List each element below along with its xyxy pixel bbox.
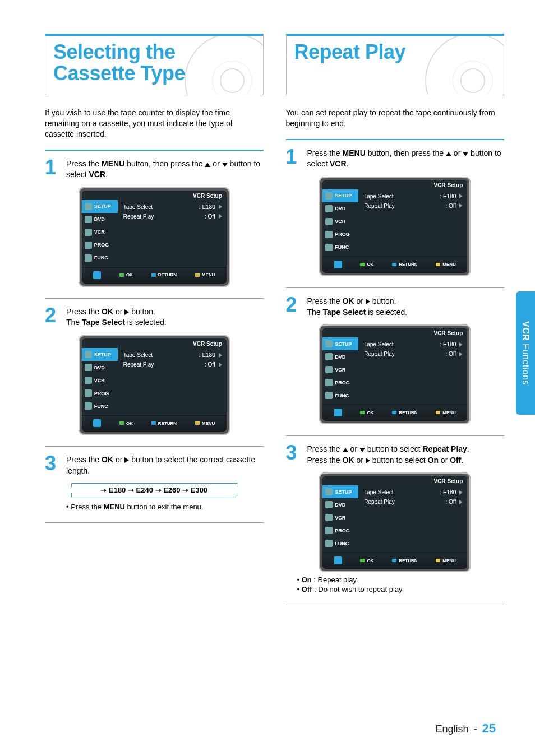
osd-tab-label: FUNC	[335, 393, 349, 398]
osd-tab-dvd: DVD	[322, 498, 358, 511]
osd-tab-dvd: DVD	[322, 202, 358, 215]
bullet-off: • Off : Do not wish to repeat play.	[297, 585, 505, 593]
dvd-icon	[85, 216, 92, 223]
key-icon	[119, 421, 124, 425]
osd-tab-vcr: VCR	[82, 374, 118, 387]
osd-tab-label: PROG	[94, 242, 109, 248]
vcr-icon	[85, 377, 92, 384]
t: MENU	[104, 503, 125, 511]
t: Off	[450, 456, 461, 465]
side-tab: VCR Functions	[516, 291, 535, 415]
osd-tab-vcr: VCR	[322, 215, 358, 228]
osd-row-label: Tape Select	[364, 341, 393, 347]
prog-icon	[325, 527, 333, 534]
osd-foot-return: RETURN	[392, 558, 417, 563]
step-number: 2	[45, 305, 59, 328]
osd-tab-prog: PROG	[322, 524, 358, 537]
vcr-icon	[325, 514, 333, 521]
t: button.	[129, 307, 155, 316]
right-step-2: 2 Press the OK or button. The Tape Selec…	[286, 295, 505, 318]
step-text: Press the or button to select Repeat Pla…	[307, 443, 469, 466]
osd-row-label: Repeat Play	[123, 361, 154, 368]
osd-tab-label: DVD	[335, 354, 345, 360]
osd-tab-label: SETUP	[335, 489, 352, 495]
osd-foot-ok: OK	[119, 421, 133, 426]
key-icon	[436, 263, 440, 266]
osd-row: Repeat Play: Off	[364, 201, 463, 211]
step-text: Press the OK or button. The Tape Select …	[307, 295, 408, 318]
step-text: Press the MENU button, then press the or…	[66, 157, 264, 180]
osd-tab-prog: PROG	[82, 239, 118, 252]
osd-tab-label: VCR	[335, 219, 345, 224]
osd-foot-return: RETURN	[392, 410, 417, 415]
osd-row-label: Repeat Play	[123, 214, 154, 220]
t: Press the	[307, 149, 343, 157]
t: button to select	[365, 444, 423, 453]
dvd-icon	[325, 205, 333, 212]
osd-screenshot-5: VCR SetupSETUPDVDVCRPROGFUNCTape Select:…	[286, 472, 505, 572]
right-icon	[219, 363, 222, 367]
t: On	[302, 576, 312, 584]
divider	[286, 287, 505, 288]
cassette-length-flow: ➝ E180 ➝ E240 ➝ E260 ➝ E300	[71, 483, 237, 497]
osd-tab-setup: SETUP	[322, 485, 358, 498]
key-icon	[436, 559, 440, 562]
right-icon	[459, 490, 463, 495]
exit-note: • Press the MENU button to exit the menu…	[66, 503, 264, 511]
osd-row-value: : Off	[205, 361, 222, 368]
osd-screenshot-3: VCR SetupSETUPDVDVCRPROGFUNCTape Select:…	[286, 177, 505, 276]
osd-tab-func: FUNC	[322, 241, 358, 254]
osd-foot-ok: OK	[360, 558, 373, 563]
osd-tab-label: DVD	[94, 365, 105, 370]
osd-tab-label: DVD	[94, 216, 105, 222]
key-icon	[151, 421, 156, 425]
t: VCR	[89, 170, 105, 179]
t: or	[439, 456, 450, 465]
osd-row: Repeat Play: Off	[123, 212, 222, 221]
osd-row-value: : Off	[205, 214, 222, 220]
osd-screenshot-2: VCR SetupSETUPDVDVCRPROGFUNCTape Select:…	[45, 335, 264, 435]
osd-foot-return: RETURN	[151, 272, 177, 277]
footer-dash: -	[472, 723, 479, 735]
left-step-1: 1 Press the MENU button, then press the …	[45, 157, 264, 180]
t: .	[105, 170, 108, 179]
osd-row-label: Repeat Play	[364, 203, 394, 209]
vcr-icon	[85, 229, 92, 236]
t: • Press the	[66, 503, 104, 511]
t: or	[354, 296, 366, 305]
osd-row-label: Repeat Play	[364, 351, 394, 357]
down-icon	[463, 152, 468, 156]
divider	[45, 298, 264, 299]
osd-tab-label: DVD	[335, 206, 345, 211]
t: OK	[343, 456, 354, 465]
setup-icon	[85, 351, 92, 358]
osd-tab-label: FUNC	[335, 541, 349, 546]
step-number: 1	[286, 147, 301, 170]
dvd-icon	[325, 353, 333, 360]
t: or	[113, 307, 124, 316]
dpad-icon	[334, 556, 342, 564]
right-icon	[459, 352, 463, 356]
osd-foot-return: RETURN	[151, 421, 177, 426]
right-title-box: Repeat Play	[286, 34, 505, 95]
osd-foot-return: RETURN	[392, 262, 417, 267]
func-icon	[85, 254, 92, 262]
osd-tab-dvd: DVD	[322, 350, 358, 363]
osd-tab-label: VCR	[335, 367, 345, 373]
right-column: Repeat Play You can set repeat play to r…	[286, 34, 505, 612]
key-icon	[392, 411, 396, 414]
right-icon	[459, 203, 463, 208]
right-icon	[366, 458, 370, 463]
right-icon	[366, 299, 370, 304]
prog-icon	[85, 242, 92, 249]
func-icon	[325, 540, 333, 547]
divider	[45, 446, 264, 447]
right-step-3: 3 Press the or button to select Repeat P…	[286, 443, 505, 466]
key-icon	[392, 263, 396, 266]
up-icon	[343, 448, 348, 452]
osd-foot-menu: MENU	[195, 272, 215, 277]
left-intro: If you wish to use the tape counter to d…	[45, 108, 264, 140]
t: is selected.	[125, 318, 167, 327]
side-tab-thin: VCR	[521, 321, 531, 344]
step-number: 3	[45, 453, 59, 476]
